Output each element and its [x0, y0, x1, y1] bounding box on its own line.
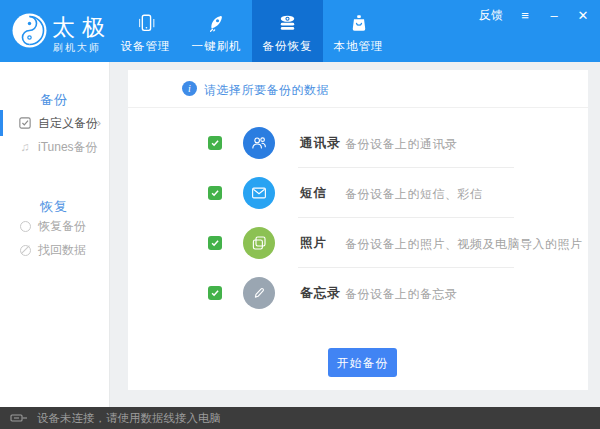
row-description: 备份设备上的短信、彩信	[345, 186, 483, 203]
usb-cable-icon	[10, 413, 28, 423]
sidebar-group-backup: 备份	[40, 91, 68, 109]
tab-label: 一键刷机	[192, 39, 242, 54]
main-area: i 请选择所要备份的数据 通讯录 备份设备上的通讯录	[110, 62, 600, 407]
sidebar-item-label: 恢复备份	[38, 214, 86, 238]
sidebar-item-custom-backup[interactable]: 自定义备份 ›	[0, 111, 110, 135]
minimize-icon[interactable]: –	[547, 9, 561, 23]
tab-label: 设备管理	[121, 39, 171, 54]
status-text: 设备未连接，请使用数据线接入电脑	[37, 411, 221, 426]
backup-row-contacts[interactable]: 通讯录 备份设备上的通讯录	[128, 118, 588, 168]
brand-title: 太极	[52, 12, 112, 43]
database-icon	[276, 11, 299, 35]
taiji-logo-icon	[12, 13, 47, 48]
sidebar-item-recover-data[interactable]: 找回数据	[0, 238, 110, 262]
tab-label: 备份恢复	[263, 39, 313, 54]
row-title: 照片	[300, 235, 327, 252]
menu-icon[interactable]: ≡	[518, 9, 532, 23]
card-header-text: 请选择所要备份的数据	[204, 82, 329, 99]
info-icon: i	[182, 81, 197, 96]
card-header: i 请选择所要备份的数据	[128, 70, 588, 108]
top-bar: 太极 刷机大师 设备管理 一键刷机 备份恢复	[0, 0, 600, 62]
contacts-icon	[243, 127, 275, 159]
pencil-icon	[243, 277, 275, 309]
start-backup-button[interactable]: 开始备份	[328, 348, 397, 377]
sidebar-item-label: 自定义备份	[38, 111, 98, 135]
tab-one-key-flash[interactable]: 一键刷机	[181, 0, 252, 62]
row-description: 备份设备上的通讯录	[345, 136, 458, 153]
chevron-right-icon: ›	[97, 111, 101, 135]
checkbox-icon	[18, 111, 32, 135]
close-icon[interactable]: ✕	[576, 9, 590, 23]
row-description: 备份设备上的照片、视频及电脑导入的照片	[345, 236, 583, 253]
feedback-link[interactable]: 反馈	[479, 7, 503, 24]
backup-row-messages[interactable]: 短信 备份设备上的短信、彩信	[128, 168, 588, 218]
row-title: 短信	[300, 185, 327, 202]
nav-tabs: 设备管理 一键刷机 备份恢复 本地管理	[110, 0, 394, 62]
app-window: 太极 刷机大师 设备管理 一键刷机 备份恢复	[0, 0, 600, 429]
checkbox-checked[interactable]	[208, 286, 222, 300]
tab-local-management[interactable]: 本地管理	[323, 0, 394, 62]
backup-row-memos[interactable]: 备忘录 备份设备上的备忘录	[128, 268, 588, 318]
sidebar-item-label: 找回数据	[38, 238, 86, 262]
checkbox-checked[interactable]	[208, 136, 222, 150]
window-controls: 反馈 ≡ – ✕	[479, 7, 590, 24]
checkbox-checked[interactable]	[208, 236, 222, 250]
phone-icon	[135, 11, 157, 35]
sidebar-item-restore-backup[interactable]: 恢复备份	[0, 214, 110, 238]
rocket-icon	[206, 11, 228, 35]
music-note-icon: ♫	[18, 135, 32, 159]
bag-icon	[348, 11, 370, 35]
sidebar-item-itunes-backup[interactable]: ♫ iTunes备份	[0, 135, 110, 159]
slashed-circle-icon	[18, 238, 32, 262]
brand-subtitle: 刷机大师	[53, 41, 101, 55]
row-title: 通讯录	[300, 135, 341, 152]
photos-icon	[243, 227, 275, 259]
status-bar: 设备未连接，请使用数据线接入电脑	[0, 407, 600, 429]
backup-rows: 通讯录 备份设备上的通讯录 短信 备份设备上的短信、彩信	[128, 118, 588, 318]
backup-selection-card: i 请选择所要备份的数据 通讯录 备份设备上的通讯录	[128, 70, 588, 390]
checkbox-checked[interactable]	[208, 186, 222, 200]
tab-device-management[interactable]: 设备管理	[110, 0, 181, 62]
sidebar-item-label: iTunes备份	[38, 135, 98, 159]
message-icon	[243, 177, 275, 209]
tab-backup-restore[interactable]: 备份恢复	[252, 0, 323, 62]
sidebar: 备份 自定义备份 › ♫ iTunes备份 恢复 恢复备份 找回数据	[0, 62, 110, 407]
row-title: 备忘录	[300, 285, 341, 302]
backup-row-photos[interactable]: 照片 备份设备上的照片、视频及电脑导入的照片	[128, 218, 588, 268]
tab-label: 本地管理	[334, 39, 384, 54]
row-description: 备份设备上的备忘录	[345, 286, 458, 303]
clock-circle-icon	[18, 214, 32, 238]
